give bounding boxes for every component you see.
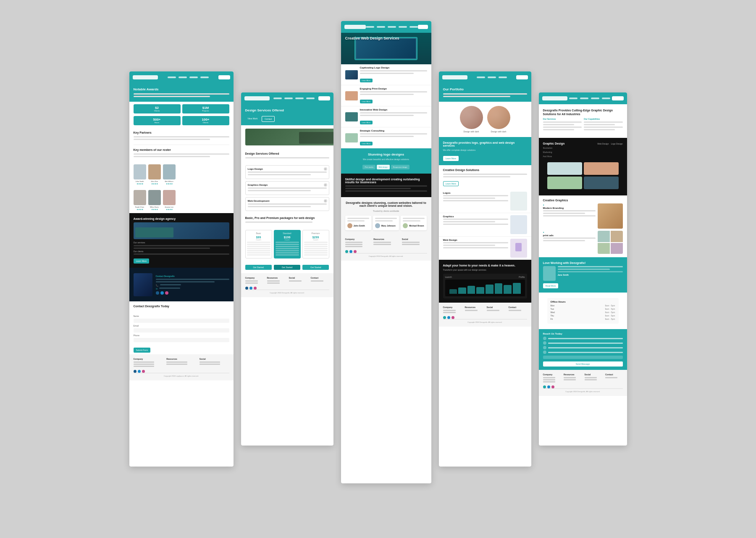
award-image — [134, 222, 229, 239]
testimonial-name-5: Jane Smith — [558, 274, 623, 276]
nav-bar-5 — [539, 92, 627, 104]
form-email[interactable] — [134, 328, 229, 332]
dark-section-3: Skillful design and development creating… — [341, 174, 431, 197]
nav-links-3 — [366, 26, 418, 28]
hero-5: Deezgrafix Provides Cutting-Edge Graphic… — [539, 104, 627, 138]
pricing-btn-basic[interactable]: Get Started — [245, 265, 272, 270]
hero-img-3: Creative Web Design Services — [341, 33, 431, 64]
hero-title-1: Notable Awards — [134, 87, 229, 92]
solutions-btn[interactable]: Learn More — [443, 181, 459, 186]
service-row-web: Innovative Web Design Learn More — [341, 106, 431, 127]
nav-links-2 — [273, 98, 315, 99]
person-4: Sarah Chen ★★★★ — [134, 190, 146, 211]
hero-btn-2b[interactable]: Contact — [262, 116, 275, 122]
footer-copyright-1: Copyright 2024 Logolpsum. All rights res… — [134, 373, 229, 377]
nav-btn-1[interactable] — [218, 75, 230, 79]
instagram-icon[interactable] — [165, 291, 168, 295]
hero-1: Notable Awards — [129, 83, 234, 102]
hero-title-4: Our Portfolio — [443, 87, 527, 92]
tab-responsive[interactable]: Responsive design — [391, 165, 410, 169]
reach-btn[interactable]: Send Message — [543, 361, 623, 367]
service-btn-1[interactable]: Learn More — [360, 79, 373, 82]
card-close-3[interactable]: × — [324, 199, 327, 203]
card-close-1[interactable]: × — [324, 167, 327, 171]
love-btn[interactable]: Read More — [543, 283, 559, 288]
provider-section: Deezgrafix provides logo, graphics and w… — [439, 137, 531, 165]
submit-btn-1[interactable]: Submit Form — [134, 348, 151, 353]
mid-teal-section: Stunning logo designs We create beautifu… — [341, 148, 431, 174]
nav-btn-2[interactable] — [318, 96, 330, 100]
gfx-item-3 — [547, 177, 582, 189]
mockup-card-2: Design Services Offered View Work Contac… — [241, 92, 333, 446]
pricing-title: Basic, Pro and Premium packages for web … — [245, 216, 329, 219]
hero-2: Design Services Offered View Work Contac… — [241, 104, 333, 125]
tab-print[interactable]: Print media — [362, 165, 375, 169]
logo-service: Logos — [439, 190, 531, 213]
solutions-title: Creative Design Solutions — [443, 169, 527, 171]
twitter-icon[interactable] — [160, 291, 164, 295]
portfolio-circle-2 — [487, 106, 510, 129]
logo-5 — [542, 96, 567, 100]
person-5: Miles Davis ★★★★ — [148, 190, 161, 211]
print-grid — [598, 231, 623, 254]
award-section: Award-winning design agency Our services… — [129, 213, 234, 268]
hero-btn-2[interactable]: View Work — [245, 116, 260, 122]
nav-btn-3[interactable] — [418, 25, 428, 29]
key-partners-title: Key Partners — [134, 131, 229, 134]
gfx-item-1 — [547, 162, 582, 175]
phone-icon — [543, 337, 546, 340]
facebook-icon[interactable] — [156, 291, 159, 295]
service-btn-4[interactable]: Learn More — [360, 142, 373, 145]
adapt-section: Adapt your home to your needs & make it … — [439, 260, 531, 303]
reach-input[interactable] — [543, 356, 623, 359]
gfx-title: Graphic Design — [543, 142, 565, 145]
social-icons — [156, 291, 229, 295]
team-section: Key members of our roster — [129, 145, 234, 162]
card-close-2[interactable]: × — [324, 183, 327, 187]
team-title: Key members of our roster — [134, 148, 229, 151]
service-card-logo: × Logo Design — [245, 165, 329, 179]
portfolio-circle-1 — [460, 106, 483, 129]
service-btn-3[interactable]: Learn More — [360, 121, 373, 124]
testimonial-section: Deezgrafix designs stunning, custom webs… — [341, 197, 431, 235]
service-row-print: Engaging Print Design Learn More — [341, 85, 431, 106]
nav-btn-5[interactable] — [612, 96, 624, 100]
form-phone[interactable] — [134, 338, 229, 342]
nav-btn-4[interactable] — [516, 75, 528, 79]
tab-web[interactable]: Web design — [377, 165, 390, 169]
service-card-web: × Web Development — [245, 197, 329, 211]
testimonial-1: John Smith — [345, 216, 371, 230]
vr-section: Contact Deezgrafix 📞 ✉ — [129, 268, 234, 301]
team-row-1: John Smith ★★★★ John Doe ★★★★ Bob Wilson… — [129, 162, 234, 187]
gfx-grid — [543, 160, 623, 191]
hero-title-3: Creative Web Design Services — [345, 36, 427, 40]
key-partners-section: Key Partners — [129, 128, 234, 145]
pricing-btn-prem[interactable]: Get Started — [302, 265, 329, 270]
learn-more-btn-1[interactable]: Learn More — [134, 258, 150, 264]
form-name[interactable] — [134, 319, 229, 323]
footer-copyright-4: Copyright 2024 Deezgrafix. All rights re… — [443, 319, 527, 323]
testimonial-2: Mary Johnson — [373, 216, 399, 230]
nav-bar-2 — [241, 92, 333, 104]
provider-btn[interactable]: Learn More — [443, 156, 459, 161]
office-hours-outer: Office Hours Mon 9am - 5pm Tue 9am - 5pm… — [539, 293, 627, 329]
stat-4: 100+ Clients — [182, 116, 229, 125]
solutions-section: Creative Design Solutions Learn More — [439, 165, 531, 190]
pricing-standard: Standard $199 /month — [274, 230, 301, 258]
adapt-title: Adapt your home to your needs & make it … — [443, 264, 527, 267]
pricing-btn-std[interactable]: Get Started — [274, 265, 300, 270]
stat-2: $1M Projects — [182, 104, 229, 113]
dark-title-3: Skillful design and development creating… — [345, 178, 427, 184]
location-icon — [543, 346, 546, 349]
office-title: Office Hours — [551, 301, 615, 303]
footer-4: Company Resources Social Contact — [439, 303, 531, 327]
service-card-graphics: × Graphics Design — [245, 181, 329, 195]
pricing-cols: Basic $99 /month Standard $199 /month — [241, 227, 333, 261]
mockup-card-3: Creative Web Design Services Captivating… — [341, 21, 431, 483]
provider-title: Deezgrafix provides logo, graphics and w… — [443, 141, 527, 147]
gfx-item-4 — [584, 177, 619, 189]
service-btn-2[interactable]: Learn More — [360, 100, 373, 103]
pricing-section: Basic, Pro and Premium packages for web … — [241, 213, 333, 227]
nav-links-4 — [477, 76, 507, 78]
main-canvas: Notable Awards $2 Clients $1M Projects 5… — [0, 0, 756, 538]
